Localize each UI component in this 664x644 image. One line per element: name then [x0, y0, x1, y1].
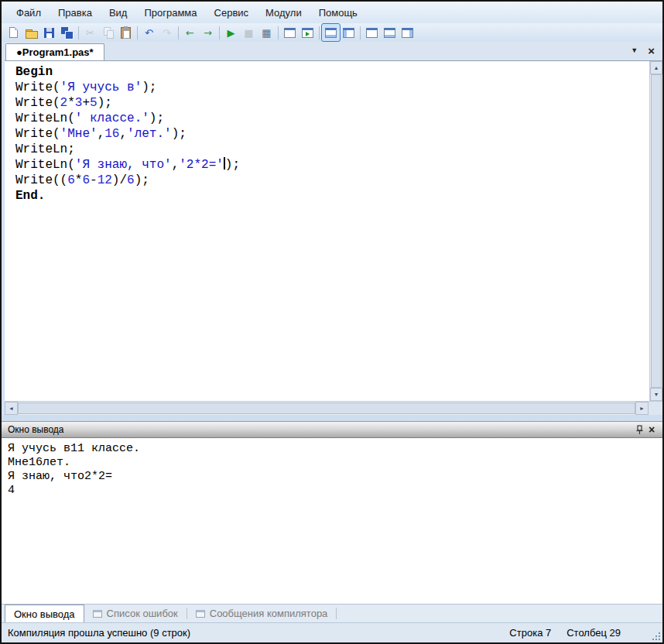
code-segment: '2*2='	[179, 158, 224, 172]
output-close-button[interactable]: ×	[645, 423, 658, 436]
code-segment: WriteLn;	[15, 142, 75, 156]
editor-vertical-scrollbar[interactable]: ▲ ▼	[649, 61, 662, 401]
undo-button[interactable]: ↶	[140, 24, 158, 41]
code-segment: -	[90, 173, 98, 187]
window-layout-3-icon	[402, 28, 413, 38]
scroll-up-button[interactable]: ▲	[650, 61, 662, 74]
code-line[interactable]: End.	[15, 188, 649, 204]
code-line[interactable]: WriteLn;	[15, 142, 649, 157]
stop-program-button[interactable]: ■	[240, 24, 258, 41]
tab-list-dropdown-button[interactable]: ▼	[631, 47, 638, 54]
code-segment: 'Я учусь в'	[60, 80, 142, 94]
resize-grip[interactable]	[651, 631, 661, 641]
toolbar-separator	[360, 26, 361, 39]
run-program-button[interactable]: ▶	[222, 24, 240, 41]
status-bar: Компиляция прошла успешно (9 строк) Стро…	[2, 622, 662, 642]
breakpoints-grid-button[interactable]: ▦	[258, 24, 276, 41]
nav-back-button[interactable]: ←	[181, 24, 199, 41]
window-layout-3-button[interactable]	[399, 24, 416, 41]
open-file-button[interactable]	[22, 24, 40, 41]
open-file-icon	[26, 27, 38, 38]
ide-window: ФайлПравкаВидПрограммаСервисМодулиПомощь…	[0, 0, 664, 644]
tab-controls: ▼ ×	[631, 45, 662, 60]
code-segment: 5	[90, 96, 98, 110]
errors-tab-icon	[93, 610, 102, 618]
menu-program[interactable]: Программа	[135, 3, 205, 22]
new-file-button[interactable]	[5, 24, 22, 41]
cut-button[interactable]: ✂	[81, 24, 99, 41]
window-layout-2-icon	[384, 28, 395, 38]
code-segment: 12	[98, 173, 112, 187]
code-segment: );	[225, 158, 240, 172]
code-editor[interactable]: BeginWrite('Я учусь в');Write(2*3+5);Wri…	[5, 61, 649, 401]
nav-forward-icon: →	[204, 28, 212, 38]
menu-view[interactable]: Вид	[101, 3, 136, 22]
run-program-icon: ▶	[228, 28, 235, 38]
code-segment: Begin	[15, 65, 53, 79]
redo-icon: ↷	[163, 28, 171, 38]
auto-hide-pin-button[interactable]	[633, 423, 645, 436]
code-line[interactable]: Write(2*3+5);	[15, 95, 649, 111]
console-window-button[interactable]	[281, 24, 299, 41]
horizontal-scroll-track[interactable]	[18, 402, 635, 415]
toggle-side-panel-button[interactable]	[340, 24, 358, 41]
nav-forward-button[interactable]: →	[199, 24, 217, 41]
tab-program1[interactable]: ●Program1.pas*	[5, 43, 104, 60]
status-line: Строка 7	[509, 627, 551, 639]
scroll-down-button[interactable]: ▼	[650, 388, 662, 401]
code-line[interactable]: Write('Я учусь в');	[15, 80, 649, 95]
code-segment: );	[142, 80, 156, 94]
code-segment: );	[98, 96, 112, 110]
code-segment: 6	[67, 173, 75, 187]
paste-icon	[121, 27, 131, 39]
vertical-scroll-track[interactable]	[650, 74, 662, 388]
bottom-tab-output[interactable]: Окно вывода	[5, 605, 84, 622]
toolbar-separator	[178, 26, 179, 39]
code-line[interactable]: WriteLn(' классе.');	[15, 111, 649, 126]
horizontal-scroll-thumb[interactable]	[18, 402, 635, 414]
tab-close-button[interactable]: ×	[648, 45, 655, 57]
window-layout-1-button[interactable]	[363, 24, 381, 41]
code-segment: 3	[75, 96, 83, 110]
tab-separator	[336, 608, 337, 619]
bottom-tab-label: Окно вывода	[14, 608, 75, 620]
code-line[interactable]: WriteLn('Я знаю, что','2*2=');	[15, 157, 649, 173]
window-layout-1-icon	[366, 28, 378, 38]
paste-button[interactable]	[117, 24, 135, 41]
console-run-icon	[302, 28, 313, 38]
toolbar-separator	[219, 26, 220, 39]
save-all-button[interactable]	[58, 24, 76, 41]
console-run-button[interactable]	[299, 24, 317, 41]
menu-edit[interactable]: Правка	[50, 3, 101, 22]
toggle-output-window-button[interactable]	[322, 24, 340, 41]
bottom-tab-errors[interactable]: Список ошибок	[84, 605, 187, 622]
code-line[interactable]: Write('Мне',16,'лет.');	[15, 126, 649, 142]
code-segment: ,	[172, 158, 180, 172]
scroll-down-icon: ▼	[654, 392, 659, 397]
code-segment: );	[172, 127, 187, 141]
output-line: Я знаю, что2*2=	[8, 470, 656, 484]
window-layout-2-button[interactable]	[381, 24, 399, 41]
menu-help[interactable]: Помощь	[310, 3, 366, 22]
menu-file[interactable]: Файл	[8, 3, 50, 22]
bottom-tab-compiler[interactable]: Сообщения компилятора	[187, 605, 337, 622]
stop-program-icon: ■	[244, 28, 253, 38]
panel-splitter[interactable]	[2, 415, 662, 421]
copy-button[interactable]	[99, 24, 117, 41]
output-console[interactable]: Я учусь в11 классе.Мне16лет.Я знаю, что2…	[2, 438, 662, 604]
save-file-button[interactable]	[40, 24, 58, 41]
code-segment: 16	[104, 127, 119, 141]
bottom-tab-label: Список ошибок	[107, 608, 178, 619]
editor-horizontal-scrollbar[interactable]: ◄ ►	[5, 401, 662, 415]
scroll-left-button[interactable]: ◄	[5, 402, 18, 415]
code-line[interactable]: Write((6*6-12)/6);	[15, 173, 649, 188]
scroll-right-button[interactable]: ►	[635, 402, 649, 415]
redo-button[interactable]: ↷	[158, 24, 176, 41]
menu-service[interactable]: Сервис	[206, 3, 258, 22]
menu-modules[interactable]: Модули	[257, 3, 310, 22]
bottom-tab-label: Сообщения компилятора	[210, 608, 328, 619]
vertical-scroll-thumb[interactable]	[651, 74, 662, 388]
code-line[interactable]: Begin	[15, 64, 649, 80]
console-window-icon	[284, 28, 296, 38]
code-segment: );	[149, 111, 164, 125]
